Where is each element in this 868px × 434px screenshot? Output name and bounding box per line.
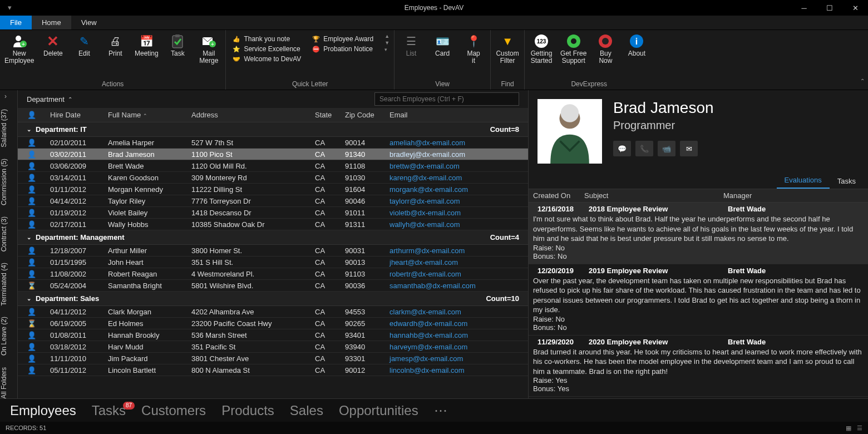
- quickletter-item[interactable]: ⛔Probation Notice: [310, 45, 376, 53]
- quickletter-item[interactable]: 🤝Welcome to DevAV: [230, 55, 303, 63]
- column-created[interactable]: Created On: [529, 191, 584, 200]
- maximize-button[interactable]: ☐: [817, 0, 842, 16]
- about-button[interactable]: iAbout: [624, 33, 649, 57]
- chat-button[interactable]: 💬: [613, 141, 631, 156]
- table-row[interactable]: 👤04/11/2012Clark Morgan4202 Alhambra Ave…: [18, 306, 528, 318]
- column-icon[interactable]: 👤: [18, 111, 46, 119]
- qat-dropdown[interactable]: ▾: [3, 2, 16, 12]
- column-subject[interactable]: Subject: [584, 191, 723, 200]
- view-cards-icon[interactable]: ▦: [846, 425, 851, 432]
- print-button[interactable]: 🖨Print: [103, 33, 127, 57]
- person-icon: 👤: [27, 220, 36, 229]
- view-card-button[interactable]: 🪪Card: [430, 33, 455, 57]
- folder-tab[interactable]: On Leave (2): [0, 311, 18, 361]
- table-row[interactable]: 👤03/02/2011Brad Jameson1100 Pico StCA913…: [18, 149, 528, 160]
- group-row[interactable]: ⌄Department: ITCount=8: [18, 122, 528, 137]
- evaluation-row[interactable]: 12/20/20192019 Employee ReviewBrett Wade…: [529, 264, 868, 336]
- folder-tab[interactable]: Salaried (37): [0, 103, 18, 153]
- folder-tab[interactable]: Commission (5): [0, 153, 18, 211]
- column-address[interactable]: Address: [187, 111, 310, 119]
- table-row[interactable]: 👤05/11/2012Lincoln Bartlett800 N Alameda…: [18, 364, 528, 376]
- nav-more[interactable]: ⋯: [434, 403, 447, 418]
- getting-started-button[interactable]: 123Getting Started: [529, 33, 554, 65]
- buy-now-button[interactable]: Buy Now: [593, 33, 618, 65]
- column-zip[interactable]: Zip Code: [341, 111, 385, 119]
- person-icon: 👤: [27, 150, 36, 159]
- nav-products[interactable]: Products: [221, 403, 274, 418]
- video-button[interactable]: 📹: [658, 141, 675, 156]
- table-row[interactable]: ⌛06/19/2005Ed Holmes23200 Pacific Coast …: [18, 318, 528, 329]
- view-list-button[interactable]: ☰List: [399, 33, 423, 57]
- table-row[interactable]: 👤04/14/2012Taylor Riley7776 Torreyson Dr…: [18, 195, 528, 207]
- call-button[interactable]: 📞: [635, 141, 653, 156]
- group-row[interactable]: ⌄Department: ManagementCount=4: [18, 230, 528, 245]
- table-row[interactable]: 👤11/11/2010Jim Packard3801 Chester AveCA…: [18, 353, 528, 364]
- quickletter-item[interactable]: ⭐Service Excellence: [230, 45, 303, 53]
- ribbon-group-view: ☰List 🪪Card 📍Map it View: [394, 30, 491, 90]
- tab-file[interactable]: File: [0, 16, 32, 29]
- meeting-button[interactable]: 📅Meeting: [134, 33, 159, 57]
- person-icon: ⌛: [27, 282, 36, 290]
- evaluation-row[interactable]: 12/16/20182018 Employee ReviewBrett Wade…: [529, 203, 868, 264]
- table-row[interactable]: 👤02/17/2011Wally Hobbs10385 Shadow Oak D…: [18, 219, 528, 230]
- folder-tab[interactable]: Contract (3): [0, 211, 18, 257]
- quickletter-gallery-nav[interactable]: ▲▼▾: [382, 33, 389, 52]
- table-row[interactable]: 👤03/18/2012Harv Mudd351 Pacific StCA9394…: [18, 341, 528, 353]
- chevron-down-icon: ⌄: [27, 126, 31, 132]
- tab-home[interactable]: Home: [32, 16, 71, 29]
- table-row[interactable]: 👤02/10/2011Amelia Harper527 W 7th StCA90…: [18, 137, 528, 149]
- ribbon-group-find: ▼Custom Filter Find: [491, 30, 525, 90]
- task-button[interactable]: Task: [165, 33, 190, 57]
- table-row[interactable]: 👤12/18/2007Arthur Miller3800 Homer St.CA…: [18, 245, 528, 257]
- view-list-icon[interactable]: ☰: [857, 425, 862, 432]
- tab-tasks[interactable]: Tasks: [830, 174, 864, 189]
- nav-sales[interactable]: Sales: [290, 403, 323, 418]
- column-email[interactable]: Email: [385, 111, 528, 119]
- view-map-button[interactable]: 📍Map it: [461, 33, 486, 65]
- support-button[interactable]: Get Free Support: [560, 33, 586, 65]
- table-row[interactable]: 👤11/08/2002Robert Reagan4 Westmoreland P…: [18, 268, 528, 280]
- folder-tab[interactable]: Terminated (4): [0, 257, 18, 311]
- custom-filter-button[interactable]: ▼Custom Filter: [495, 33, 520, 65]
- table-row[interactable]: ⌛05/24/2004Samantha Bright5801 Wilshire …: [18, 280, 528, 292]
- nav-opportunities[interactable]: Opportunities: [339, 403, 418, 418]
- tab-view[interactable]: View: [71, 16, 107, 29]
- quickletter-item[interactable]: 👍Thank you note: [230, 34, 303, 43]
- table-row[interactable]: 👤03/14/2011Karen Goodson309 Monterey RdC…: [18, 172, 528, 184]
- person-icon: 👤: [27, 246, 36, 255]
- group-chip[interactable]: Department⌃: [27, 95, 72, 103]
- column-manager[interactable]: Manager: [723, 191, 868, 200]
- close-button[interactable]: ✕: [842, 0, 868, 16]
- table-row[interactable]: 👤01/15/1995John Heart351 S Hill St.CA900…: [18, 257, 528, 268]
- column-hiredate[interactable]: Hire Date: [46, 111, 103, 119]
- column-fullname[interactable]: Full Name⌃: [103, 111, 187, 119]
- delete-button[interactable]: ✕Delete: [41, 33, 65, 57]
- ribbon-collapse-button[interactable]: ⌃: [860, 78, 865, 84]
- evaluation-row[interactable]: 11/29/20202020 Employee ReviewBrett Wade…: [529, 336, 868, 397]
- email-button[interactable]: ✉: [680, 141, 698, 156]
- group-row[interactable]: ⌄Department: SalesCount=10: [18, 292, 528, 306]
- employee-name: Brad Jameson: [613, 99, 859, 117]
- new-employee-button[interactable]: +New Employee: [4, 33, 34, 65]
- trophy-icon: 🏆: [312, 35, 320, 43]
- quickletter-item[interactable]: 🏆Employee Award: [310, 34, 376, 43]
- nav-tasks[interactable]: Tasks87: [92, 403, 126, 418]
- nav-employees[interactable]: Employees: [10, 403, 76, 418]
- x-icon: ✕: [45, 33, 61, 49]
- table-row[interactable]: 👤01/19/2012Violet Bailey1418 Descanso Dr…: [18, 207, 528, 219]
- table-row[interactable]: 👤01/08/2011Hannah Brookly536 Marsh Stree…: [18, 329, 528, 341]
- person-icon: 👤: [27, 174, 36, 182]
- folder-tab[interactable]: All Folders: [0, 362, 18, 399]
- table-row[interactable]: 👤03/06/2009Brett Wade1120 Old Mill Rd.CA…: [18, 160, 528, 172]
- table-row[interactable]: 👤01/11/2012Morgan Kennedy11222 Dilling S…: [18, 184, 528, 195]
- column-state[interactable]: State: [310, 111, 341, 119]
- circle-123-icon: 123: [534, 33, 549, 49]
- folder-nav: › Salaried (37)Commission (5)Contract (3…: [0, 90, 18, 398]
- search-input[interactable]: [374, 92, 519, 106]
- expand-nav-button[interactable]: ›: [4, 92, 7, 100]
- edit-button[interactable]: ✎Edit: [72, 33, 96, 57]
- nav-customers[interactable]: Customers: [141, 403, 206, 418]
- tab-evaluations[interactable]: Evaluations: [777, 172, 830, 189]
- mail-merge-button[interactable]: +Mail Merge: [196, 33, 221, 65]
- minimize-button[interactable]: ─: [791, 0, 817, 16]
